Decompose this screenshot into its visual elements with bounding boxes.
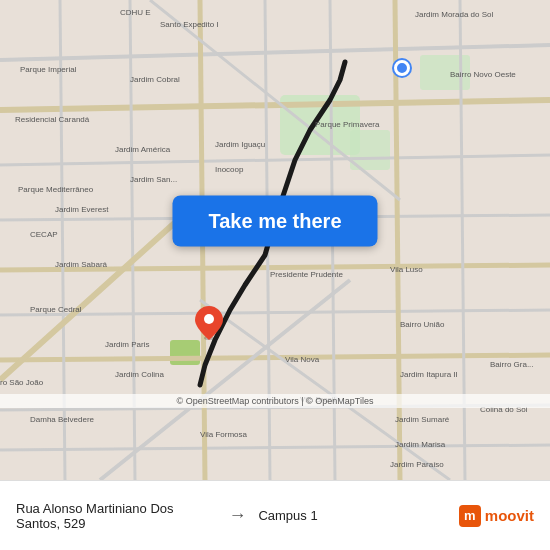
moovit-logo-mark: m <box>459 505 481 527</box>
footer-bar: Rua Alonso Martiniano Dos Santos, 529 → … <box>0 480 550 550</box>
svg-rect-4 <box>420 55 470 90</box>
footer-to: Campus 1 <box>258 508 458 523</box>
moovit-logo-text: moovit <box>485 507 534 524</box>
from-address: Rua Alonso Martiniano Dos Santos, 529 <box>16 501 216 531</box>
svg-point-27 <box>204 314 214 324</box>
to-address: Campus 1 <box>258 508 458 523</box>
take-me-there-button[interactable]: Take me there <box>172 195 377 246</box>
moovit-logo: m moovit <box>459 505 534 527</box>
svg-rect-3 <box>170 340 200 365</box>
arrow-icon: → <box>228 505 246 526</box>
destination-marker <box>195 306 223 340</box>
footer-from: Rua Alonso Martiniano Dos Santos, 529 <box>16 501 216 531</box>
origin-marker <box>394 60 410 76</box>
map-container: CDHU ESanto Expedito IJardim Morada do S… <box>0 0 550 480</box>
map-attribution: © OpenStreetMap contributors | © OpenMap… <box>0 394 550 408</box>
